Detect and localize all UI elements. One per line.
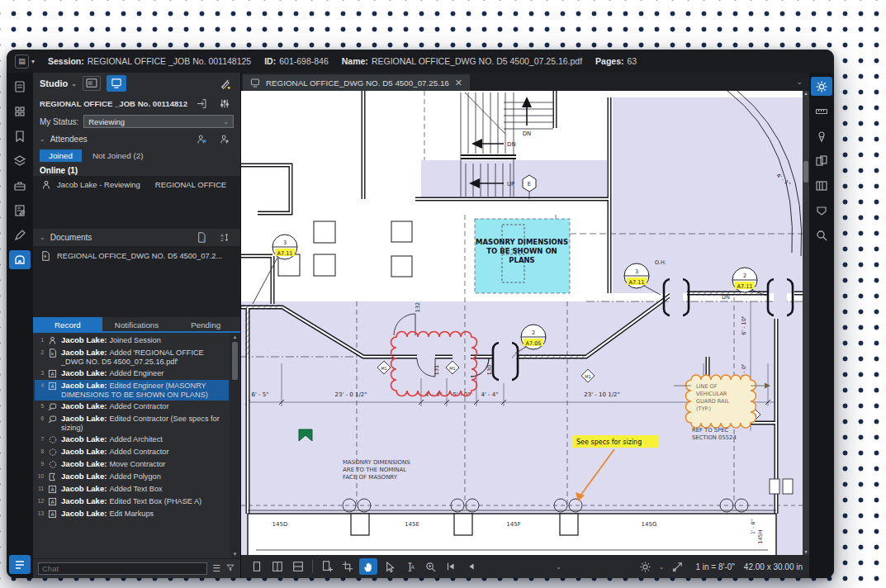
record-entry[interactable]: 3AJacob Lake:Added Engineer: [35, 368, 229, 380]
document-tab[interactable]: REGIONAL OFFICE_DWG NO. D5 4500_07.25.16…: [243, 74, 470, 91]
my-status-select[interactable]: Reviewing⌄: [83, 115, 234, 128]
toolbar-overflow-chevron-icon[interactable]: ⌄: [556, 563, 561, 571]
tab-list-chevron-icon[interactable]: ⌄: [796, 78, 803, 86]
collapse-icon[interactable]: ⌄: [40, 135, 45, 143]
entry-number: 13: [36, 509, 44, 516]
search-icon[interactable]: [811, 225, 832, 244]
sort-az-icon[interactable]: AZ: [216, 230, 234, 245]
page-size-indicator: 42.00 x 30.00 in: [744, 562, 803, 571]
split-horizontal-icon[interactable]: [289, 558, 307, 575]
tab-pending[interactable]: Pending: [171, 317, 240, 331]
record-entry[interactable]: 10Jacob Lake:Added Polygon: [35, 471, 229, 483]
permissions-icon[interactable]: [192, 132, 211, 147]
first-page-icon[interactable]: [442, 558, 460, 575]
filter-icon[interactable]: [225, 563, 235, 574]
single-page-icon[interactable]: [248, 558, 266, 575]
thumbnails-icon[interactable]: [9, 102, 31, 121]
select-tool-icon[interactable]: [380, 558, 398, 575]
scroll-thumb[interactable]: [803, 161, 808, 183]
settings-icon[interactable]: [811, 77, 832, 96]
leave-session-icon[interactable]: [192, 96, 211, 111]
invite-attendee-icon[interactable]: [216, 132, 234, 147]
list-view-icon[interactable]: ☰: [212, 563, 220, 574]
insert-page-icon[interactable]: [318, 558, 336, 575]
studio-projects-icon[interactable]: [83, 76, 101, 91]
previous-page-icon[interactable]: [462, 558, 481, 575]
record-entry[interactable]: 11AJacob Lake:Added Text Box: [35, 483, 229, 496]
scroll-up-icon[interactable]: ▲: [804, 91, 808, 97]
markup-list-toggle-icon[interactable]: [9, 555, 31, 574]
pan-tool-icon[interactable]: [359, 558, 377, 575]
entry-user: Jacob Lake:: [61, 348, 107, 357]
record-scrollbar[interactable]: ▲▼: [230, 333, 239, 558]
record-entry[interactable]: 7Jacob Lake:Added Architect: [35, 434, 229, 446]
masonry-highlight-markup[interactable]: MASONRY DIMENSIONS TO BE SHOWN ON PLANS: [475, 219, 570, 293]
dn-label: DN: [507, 141, 516, 148]
add-document-icon[interactable]: [192, 230, 211, 245]
record-entry[interactable]: 6Jacob Lake:Edited Contractor (See specs…: [35, 413, 229, 434]
compare-icon[interactable]: [811, 151, 832, 170]
my-status-value: Reviewing: [88, 117, 125, 126]
scale-indicator[interactable]: 1 in = 8'-0": [695, 562, 734, 571]
brightness-icon[interactable]: [637, 558, 655, 575]
sets-icon[interactable]: [811, 176, 832, 195]
dimension-text: 23' - 10 1/2": [584, 391, 619, 398]
stamp-icon[interactable]: [811, 201, 832, 220]
bookmarks-icon[interactable]: [9, 126, 31, 145]
signatures-icon[interactable]: [9, 225, 31, 244]
session-settings-icon[interactable]: [216, 96, 234, 111]
layers-icon[interactable]: [9, 151, 31, 170]
compass-icon[interactable]: [668, 558, 686, 575]
record-entry[interactable]: 2BJacob Lake:Added 'REGIONAL OFFICE _DWG…: [35, 347, 229, 368]
drawing-vertical-scrollbar[interactable]: ▲ ▼: [803, 91, 809, 555]
pages-value: 63: [628, 56, 637, 66]
tab-not-joined[interactable]: Not Joined (2): [83, 149, 153, 162]
record-entry[interactable]: 5Jacob Lake:Added Contractor: [35, 401, 229, 413]
pen-sync-icon[interactable]: [216, 76, 234, 91]
record-entry-selected[interactable]: 4AJacob Lake:Edited Engineer (MASONRY DI…: [35, 380, 229, 401]
record-entry[interactable]: 1Jacob Lake:Joined Session: [35, 334, 229, 347]
spaces-icon[interactable]: [811, 126, 832, 145]
scroll-thumb[interactable]: [232, 342, 238, 380]
select-text-icon[interactable]: A: [400, 558, 419, 575]
callout-sheet: A7.11: [737, 283, 753, 290]
studio-icon[interactable]: [9, 250, 31, 269]
scroll-down-icon[interactable]: ▼: [804, 549, 808, 555]
record-entry[interactable]: 12AJacob Lake:Edited Text Box (PHASE A): [35, 496, 229, 508]
record-entry[interactable]: 8Jacob Lake:Added Contractor: [35, 446, 229, 458]
scroll-down-icon[interactable]: ▼: [233, 551, 238, 557]
snapshot-icon[interactable]: [339, 558, 357, 575]
chat-input[interactable]: [38, 562, 207, 575]
panel-title-dropdown[interactable]: Studio⌄: [40, 78, 77, 88]
document-row[interactable]: B REGIONAL OFFICE_DWG NO. D5 4500_07.2..…: [33, 246, 240, 265]
app-menu-button[interactable]: ▤ ▾: [15, 55, 35, 69]
attendee-name: Jacob Lake - Reviewing: [57, 180, 140, 189]
door-tag: 131: [434, 365, 440, 375]
collapse-icon[interactable]: ⌄: [40, 234, 45, 241]
entry-action: Joined Session: [109, 336, 160, 344]
record-entry[interactable]: 13AJacob Lake:Edit Markups: [35, 508, 229, 520]
tab-record[interactable]: Record: [33, 317, 102, 331]
tab-joined[interactable]: Joined: [40, 149, 82, 162]
drawing-area[interactable]: MASONRY DIMENSIONS TO BE SHOWN ON PLANS …: [241, 91, 809, 555]
file-access-icon[interactable]: [9, 77, 31, 96]
studio-sessions-icon[interactable]: [107, 75, 126, 92]
record-entry[interactable]: 9Jacob Lake:Move Contractor: [35, 458, 229, 471]
tool-chest-icon[interactable]: [9, 176, 31, 195]
chevron-down-icon[interactable]: ⌄: [659, 563, 665, 571]
scroll-up-icon[interactable]: ▲: [233, 334, 238, 340]
attendee-row[interactable]: Jacob Lake - Reviewing REGIONAL OFFICE: [33, 176, 240, 193]
markups-list-icon[interactable]: [9, 201, 31, 220]
entry-user: Jacob Lake:: [61, 368, 107, 377]
tab-notifications[interactable]: Notifications: [102, 317, 172, 331]
page-background: ▤ ▾ Session:REGIONAL OFFICE _JOB No. 001…: [0, 0, 886, 588]
close-icon[interactable]: ✕: [455, 78, 462, 88]
callout-sheet: A7.05: [526, 340, 542, 347]
session-doc-icon: [250, 78, 260, 88]
entry-number: 2: [36, 348, 44, 355]
split-vertical-icon[interactable]: [268, 558, 287, 575]
callout-number: 2: [532, 330, 535, 336]
measurements-icon[interactable]: [811, 102, 832, 121]
drawing-canvas[interactable]: MASONRY DIMENSIONS TO BE SHOWN ON PLANS …: [241, 91, 803, 555]
zoom-tool-icon[interactable]: [421, 558, 439, 575]
